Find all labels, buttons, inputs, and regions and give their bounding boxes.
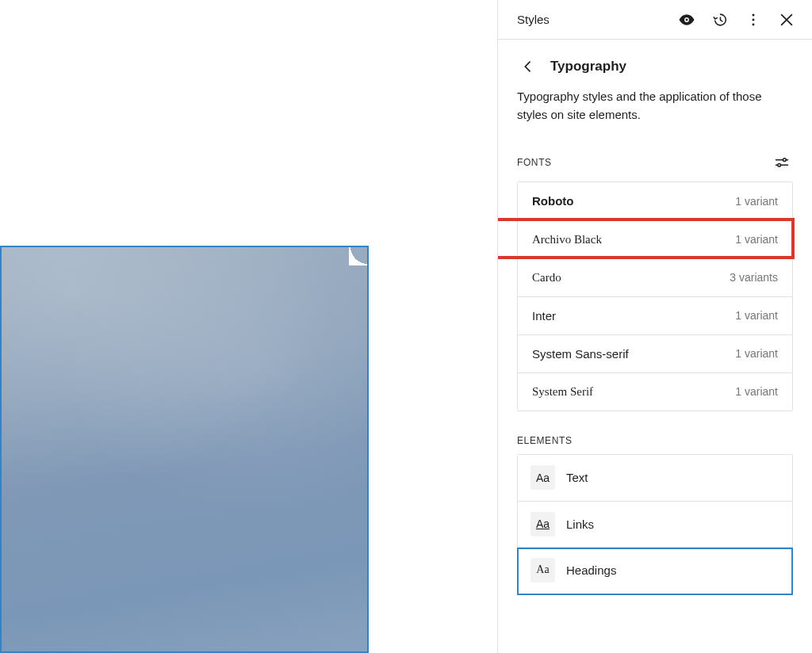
back-button[interactable] (517, 55, 539, 78)
font-row[interactable]: System Sans-serif1 variant (518, 334, 792, 372)
eye-icon (678, 11, 695, 29)
font-name: Cardo (532, 271, 561, 284)
preview-image-block[interactable] (0, 246, 369, 653)
history-icon (711, 11, 729, 29)
breadcrumb-title: Typography (550, 59, 626, 74)
svg-point-3 (753, 18, 755, 21)
sidebar-header: Styles (498, 0, 812, 40)
aa-swatch-icon: Aa (530, 558, 555, 582)
fonts-section-label: FONTS (517, 157, 552, 168)
element-row[interactable]: AaHeadings (518, 547, 792, 593)
font-variant-count: 1 variant (735, 233, 778, 246)
svg-point-4 (753, 23, 755, 25)
revisions-button[interactable] (706, 6, 734, 34)
elements-section-header: ELEMENTS (517, 435, 793, 446)
sliders-icon (774, 155, 790, 170)
element-label: Text (566, 471, 588, 484)
svg-point-5 (783, 158, 787, 161)
sidebar-title: Styles (517, 13, 668, 26)
element-row[interactable]: AaText (518, 455, 792, 501)
elements-section-label: ELEMENTS (517, 435, 572, 446)
font-row[interactable]: Archivo Black1 variant (518, 220, 792, 258)
font-row[interactable]: Inter1 variant (518, 296, 792, 334)
close-sidebar-button[interactable] (772, 6, 801, 34)
font-row[interactable]: Roboto1 variant (518, 182, 792, 220)
sidebar-body: Typography Typography styles and the app… (498, 40, 812, 653)
aa-swatch-icon: Aa (530, 465, 555, 490)
font-name: Roboto (532, 194, 573, 208)
font-variant-count: 1 variant (735, 347, 778, 360)
font-row[interactable]: Cardo3 variants (518, 258, 792, 296)
font-name: System Sans-serif (532, 347, 629, 361)
element-label: Links (566, 517, 594, 531)
svg-point-1 (686, 18, 688, 21)
kebab-icon (745, 11, 762, 29)
fonts-list: Roboto1 variantArchivo Black1 variantCar… (517, 181, 793, 411)
font-variant-count: 1 variant (735, 195, 778, 208)
aa-swatch-icon: Aa (530, 512, 555, 537)
chevron-left-icon (520, 59, 536, 74)
font-variant-count: 3 variants (730, 271, 778, 284)
more-menu-button[interactable] (739, 6, 768, 34)
element-row[interactable]: AaLinks (518, 501, 792, 547)
breadcrumb-row: Typography (517, 55, 793, 78)
close-icon (778, 11, 795, 29)
elements-list: AaTextAaLinksAaHeadings (517, 454, 793, 593)
svg-point-6 (778, 163, 781, 166)
font-row[interactable]: System Serif1 variant (518, 372, 792, 411)
font-name: System Serif (532, 385, 593, 399)
manage-fonts-button[interactable] (771, 151, 793, 174)
panel-description: Typography styles and the application of… (517, 87, 793, 124)
fonts-section-header: FONTS (517, 151, 793, 174)
font-name: Inter (532, 309, 556, 323)
styles-sidebar: Styles (497, 0, 812, 653)
font-variant-count: 1 variant (735, 309, 778, 322)
stylebook-button[interactable] (672, 6, 701, 34)
editor-canvas (0, 0, 497, 653)
font-variant-count: 1 variant (735, 385, 778, 398)
font-name: Archivo Black (532, 233, 602, 246)
element-label: Headings (566, 563, 616, 577)
svg-point-2 (753, 13, 755, 16)
